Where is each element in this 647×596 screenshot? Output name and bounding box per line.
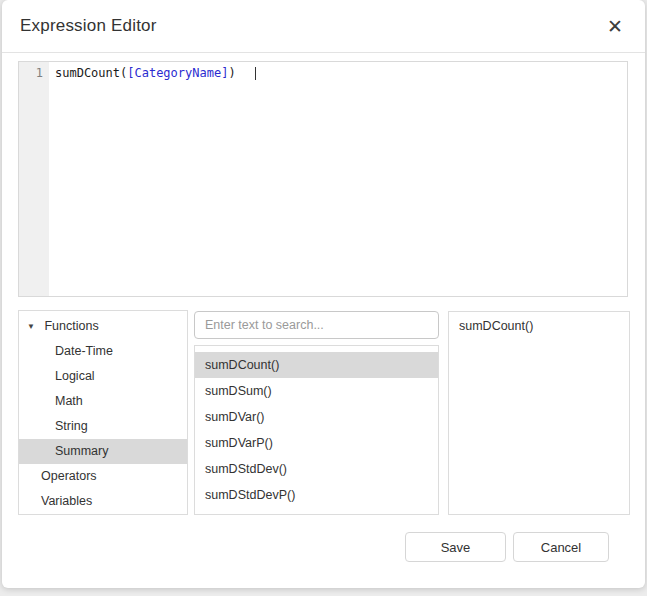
- tree-item-label: Logical: [55, 369, 95, 383]
- tree-item-variables[interactable]: Variables: [19, 489, 187, 514]
- list-item[interactable]: sumDStdDev(): [195, 456, 438, 482]
- function-description-panel: sumDCount(): [448, 311, 630, 515]
- line-number: 1: [36, 66, 43, 80]
- expression-code-editor[interactable]: 1 sumDCount([CategoryName]): [18, 61, 628, 297]
- dialog-header: Expression Editor ✕: [2, 0, 645, 53]
- tree-item-logical[interactable]: Logical: [19, 364, 187, 389]
- line-number-gutter: 1: [19, 62, 49, 296]
- list-item[interactable]: sumDVar(): [195, 404, 438, 430]
- expression-editor-dialog: Expression Editor ✕ 1 sumDCount([Categor…: [2, 0, 645, 588]
- function-description-text: sumDCount(): [459, 319, 533, 333]
- list-item[interactable]: sumDSum(): [195, 378, 438, 404]
- function-list: sumDCount() sumDSum() sumDVar() sumDVarP…: [194, 345, 439, 515]
- tree-item-label: Functions: [44, 319, 98, 333]
- code-token-field: [CategoryName]: [127, 66, 228, 80]
- tree-item-summary[interactable]: Summary: [19, 439, 187, 464]
- dialog-title: Expression Editor: [20, 16, 157, 36]
- tree-item-label: String: [55, 419, 88, 433]
- tree-item-operators[interactable]: Operators: [19, 464, 187, 489]
- tree-item-label: Summary: [55, 444, 108, 458]
- tree-item-label: Math: [55, 394, 83, 408]
- tree-item-math[interactable]: Math: [19, 389, 187, 414]
- tree-item-string[interactable]: String: [19, 414, 187, 439]
- search-input[interactable]: [194, 311, 439, 339]
- code-token-plain: sumDCount(: [55, 66, 127, 80]
- category-tree-panel: ▼ Functions Date-Time Logical Math Strin…: [18, 310, 188, 515]
- tree-item-label: Date-Time: [55, 344, 113, 358]
- code-input-area[interactable]: sumDCount([CategoryName]): [49, 62, 627, 296]
- tree-item-date-time[interactable]: Date-Time: [19, 339, 187, 364]
- code-token-plain: ): [228, 66, 235, 80]
- list-item[interactable]: sumDCount(): [195, 352, 438, 378]
- list-item[interactable]: sumDVarP(): [195, 430, 438, 456]
- tree-item-label: Operators: [41, 469, 97, 483]
- chevron-down-icon[interactable]: ▼: [27, 314, 41, 339]
- tree-item-label: Variables: [41, 494, 92, 508]
- tree-item-functions[interactable]: ▼ Functions: [19, 314, 187, 339]
- save-button[interactable]: Save: [405, 532, 506, 562]
- cancel-button[interactable]: Cancel: [513, 532, 609, 562]
- list-item[interactable]: sumDStdDevP(): [195, 482, 438, 508]
- close-icon[interactable]: ✕: [603, 13, 627, 40]
- text-cursor: [255, 67, 256, 80]
